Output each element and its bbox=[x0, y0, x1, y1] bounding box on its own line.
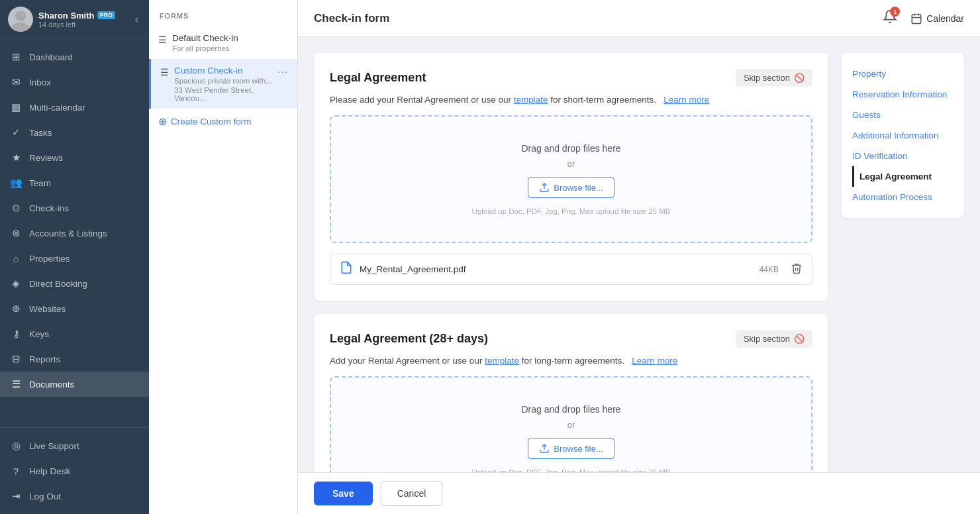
sidebar-item-label: Accounts & Listings bbox=[29, 229, 107, 238]
inbox-icon: ✉ bbox=[9, 76, 23, 89]
forms-panel-header: FORMS bbox=[149, 0, 297, 26]
custom-check-in-item[interactable]: ☰ Custom Check-in Spacious private room … bbox=[149, 59, 297, 109]
browse-label-2: Browse file... bbox=[554, 444, 603, 454]
sidebar-item-live-support[interactable]: ◎ Live Support bbox=[0, 433, 149, 458]
sidebar-item-multi-calendar[interactable]: ▦ Multi-calendar bbox=[0, 95, 149, 120]
notification-button[interactable]: 1 bbox=[880, 7, 900, 30]
keys-icon: ⚷ bbox=[9, 327, 23, 340]
dropzone-1[interactable]: Drag and drop files here or Browse file.… bbox=[330, 115, 812, 243]
browse-file-button-2[interactable]: Browse file... bbox=[528, 438, 614, 459]
sidebar-item-team[interactable]: 👥 Team bbox=[0, 170, 149, 195]
svg-rect-2 bbox=[912, 15, 921, 24]
reports-icon: ⊟ bbox=[9, 352, 23, 366]
sidebar-item-label: Documents bbox=[29, 380, 74, 389]
sidebar-item-inbox[interactable]: ✉ Inbox bbox=[0, 70, 149, 95]
top-bar-right: 1 Calendar bbox=[880, 7, 964, 30]
legal-agreement-title: Legal Agreement bbox=[330, 71, 426, 85]
log-out-icon: ⇥ bbox=[9, 489, 23, 503]
forms-panel: FORMS ☰ Default Check-in For all propert… bbox=[149, 0, 298, 514]
sidebar-item-label: Help Desk bbox=[29, 466, 70, 476]
svg-point-0 bbox=[15, 11, 26, 21]
right-nav-additional-information[interactable]: Additional Information bbox=[852, 125, 954, 146]
sidebar-item-label: Team bbox=[29, 178, 51, 188]
sidebar-item-reports[interactable]: ⊟ Reports bbox=[0, 346, 149, 372]
sidebar-item-check-ins[interactable]: ⊙ Check-ins bbox=[0, 195, 149, 221]
dropzone-or-2: or bbox=[344, 420, 798, 430]
right-panel-card: Property Reservation Information Guests … bbox=[842, 53, 964, 218]
custom-check-in-title: Custom Check-in bbox=[174, 66, 272, 76]
legal-agreement-section: Legal Agreement Skip section 🚫 Please ad… bbox=[314, 53, 828, 301]
team-icon: 👥 bbox=[9, 176, 23, 189]
sidebar-item-label: Dashboard bbox=[29, 52, 73, 62]
sidebar-header: Sharon Smith PRO 14 days left ‹ bbox=[0, 0, 149, 39]
legal-agreement-header: Legal Agreement Skip section 🚫 bbox=[330, 69, 812, 87]
skip-section-button-2[interactable]: Skip section 🚫 bbox=[736, 330, 812, 348]
dropzone-or-1: or bbox=[344, 159, 798, 169]
custom-check-in-content: Custom Check-in Spacious private room wi… bbox=[174, 66, 272, 102]
tasks-icon: ✓ bbox=[9, 126, 23, 139]
sidebar-item-properties[interactable]: ⌂ Properties bbox=[0, 246, 149, 271]
cancel-button[interactable]: Cancel bbox=[381, 481, 443, 506]
accounts-listings-icon: ⊗ bbox=[9, 227, 23, 240]
right-nav-property[interactable]: Property bbox=[852, 64, 954, 84]
right-nav-id-verification[interactable]: ID Verification bbox=[852, 146, 954, 166]
notification-badge: 1 bbox=[890, 7, 900, 17]
form-doc-icon-2: ☰ bbox=[160, 67, 169, 77]
sidebar-item-help-desk[interactable]: ? Help Desk bbox=[0, 458, 149, 484]
doc-main: Legal Agreement Skip section 🚫 Please ad… bbox=[314, 53, 828, 456]
template-link-1[interactable]: template bbox=[514, 95, 548, 105]
dropzone-text-2: Drag and drop files here bbox=[344, 404, 798, 415]
check-ins-icon: ⊙ bbox=[9, 201, 23, 215]
create-custom-form-button[interactable]: ⊕ Create Custom form bbox=[149, 109, 297, 134]
learn-more-link-2[interactable]: Learn more bbox=[632, 356, 677, 366]
default-check-in-content: Default Check-in For all properties bbox=[172, 33, 288, 52]
skip-section-button-1[interactable]: Skip section 🚫 bbox=[736, 69, 812, 87]
sidebar-item-label: Websites bbox=[29, 304, 66, 314]
dashboard-icon: ⊞ bbox=[9, 50, 23, 64]
sidebar-item-label: Multi-calendar bbox=[29, 103, 85, 113]
right-nav-reservation-information[interactable]: Reservation Information bbox=[852, 84, 954, 105]
sidebar-item-dashboard[interactable]: ⊞ Dashboard bbox=[0, 44, 149, 70]
form-doc-icon: ☰ bbox=[158, 34, 167, 45]
sidebar-collapse-button[interactable]: ‹ bbox=[132, 11, 141, 28]
file-item-1: My_Rental_Agreement.pdf 44KB bbox=[330, 254, 812, 285]
sidebar-item-direct-booking[interactable]: ◈ Direct Booking bbox=[0, 271, 149, 296]
sidebar-item-log-out[interactable]: ⇥ Log Out bbox=[0, 484, 149, 509]
sidebar-item-documents[interactable]: ☰ Documents bbox=[0, 372, 149, 397]
form-item-more-icon[interactable]: ⋯ bbox=[277, 66, 288, 78]
sidebar-item-label: Check-ins bbox=[29, 203, 69, 213]
default-check-in-item[interactable]: ☰ Default Check-in For all properties bbox=[149, 26, 297, 59]
custom-check-in-sub1: Spacious private room with... bbox=[174, 77, 272, 85]
legal-agreement-long-section: Legal Agreement (28+ days) Skip section … bbox=[314, 314, 828, 472]
skip-section-label-1: Skip section bbox=[744, 73, 790, 83]
dropzone-hint-1: Upload up Doc, PDF, Jpg, Png. Max uploud… bbox=[344, 207, 798, 215]
user-name: Sharon Smith bbox=[38, 11, 95, 21]
sidebar-item-tasks[interactable]: ✓ Tasks bbox=[0, 120, 149, 145]
browse-file-button-1[interactable]: Browse file... bbox=[528, 177, 614, 198]
right-nav-guests[interactable]: Guests bbox=[852, 105, 954, 125]
sidebar-item-label: Keys bbox=[29, 329, 49, 339]
calendar-button[interactable]: Calendar bbox=[910, 13, 964, 25]
sidebar-item-websites[interactable]: ⊕ Websites bbox=[0, 296, 149, 321]
sidebar-bottom: ◎ Live Support ? Help Desk ⇥ Log Out bbox=[0, 427, 149, 514]
save-button[interactable]: Save bbox=[314, 482, 373, 505]
page-title: Check-in form bbox=[314, 12, 389, 25]
file-delete-button[interactable] bbox=[791, 262, 803, 277]
right-nav-legal-agreement[interactable]: Legal Agreement bbox=[852, 166, 954, 187]
dropzone-2[interactable]: Drag and drop files here or Browse file.… bbox=[330, 376, 812, 472]
sidebar-item-label: Reports bbox=[29, 354, 60, 364]
direct-booking-icon: ◈ bbox=[9, 277, 23, 290]
file-doc-icon bbox=[340, 261, 353, 278]
pro-badge: PRO bbox=[97, 11, 116, 19]
sidebar-item-label: Tasks bbox=[29, 128, 52, 138]
eye-slash-icon: 🚫 bbox=[794, 73, 805, 83]
avatar bbox=[8, 7, 33, 32]
sidebar-item-accounts-listings[interactable]: ⊗ Accounts & Listings bbox=[0, 221, 149, 246]
right-nav-automation-process[interactable]: Automation Process bbox=[852, 187, 954, 207]
file-name: My_Rental_Agreement.pdf bbox=[360, 264, 753, 274]
template-link-2[interactable]: template bbox=[485, 356, 519, 366]
learn-more-link-1[interactable]: Learn more bbox=[663, 95, 709, 105]
sidebar-item-reviews[interactable]: ★ Reviews bbox=[0, 145, 149, 170]
sidebar-item-keys[interactable]: ⚷ Keys bbox=[0, 321, 149, 346]
eye-slash-icon-2: 🚫 bbox=[794, 334, 805, 344]
